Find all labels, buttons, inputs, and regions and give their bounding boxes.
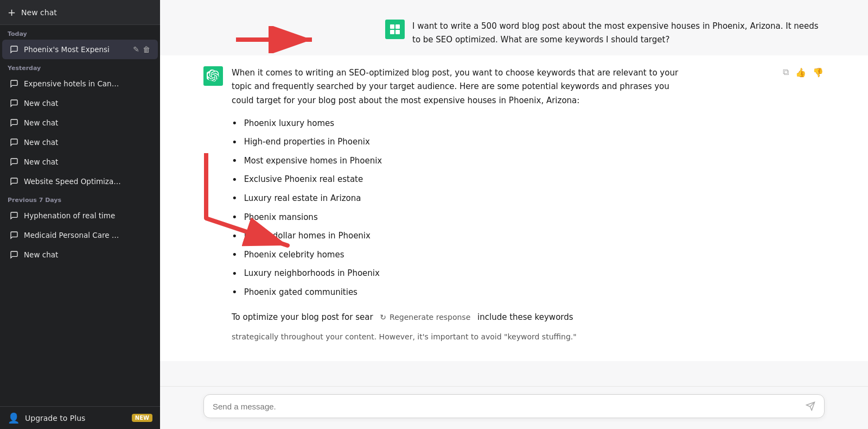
chat-icon [10,250,18,259]
sidebar-item-expensive-hotels[interactable]: Expensive hotels in Canada [2,74,158,93]
keyword-item-1: High-end properties in Phoenix [232,133,692,152]
partial-text-1: To optimize your blog post for sear [232,312,373,322]
sidebar-item-expensive-hotels-label: Expensive hotels in Canada [24,79,122,88]
input-area [160,386,868,429]
svg-rect-4 [390,30,394,34]
sidebar-item-new-chat-4[interactable]: New chat [2,152,158,172]
chat-icon [10,157,18,166]
user-avatar [385,20,405,39]
edit-icon[interactable]: ✎ [133,45,139,54]
delete-icon[interactable]: 🗑 [143,45,150,54]
chat-icon [10,138,18,147]
user-message-row: I want to write a 500 word blog post abo… [160,11,868,55]
assistant-intro: When it comes to writing an SEO-optimize… [232,66,692,108]
keyword-item-9: Phoenix gated communities [232,283,692,302]
sidebar-item-phoenix[interactable]: Phoenix's Most Expensi ✎ 🗑 [2,40,158,59]
chat-icon [10,177,18,186]
sidebar-item-new-chat-1[interactable]: New chat [2,93,158,113]
keyword-item-8: Luxury neighborhoods in Phoenix [232,264,692,283]
new-chat-label: New chat [21,8,57,17]
regenerate-inline: ↻ Regenerate response [380,311,470,324]
today-section-label: Today [0,25,160,40]
svg-rect-3 [395,24,400,29]
sidebar-item-medicaid[interactable]: Medicaid Personal Care Progra [2,225,158,245]
partial-continuation: To optimize your blog post for sear ↻ Re… [232,311,692,325]
partial-text-2: include these keywords [477,312,573,322]
plus-icon: + [8,7,16,18]
new-chat-button[interactable]: + New chat [0,0,160,25]
yesterday-section-label: Yesterday [0,59,160,74]
keyword-item-0: Phoenix luxury homes [232,114,692,133]
sidebar-item-website-speed-label: Website Speed Optimization [24,177,122,186]
chat-icon [10,118,18,127]
sidebar-item-hyphenation[interactable]: Hyphenation of real time [2,206,158,225]
sidebar-item-hyphenation-label: Hyphenation of real time [24,211,115,220]
sidebar-item-new-chat-3-label: New chat [24,138,58,147]
assistant-avatar [203,66,223,86]
chat-icon [10,45,18,54]
upgrade-badge: NEW [132,414,152,422]
svg-rect-2 [390,24,394,29]
upgrade-to-plus-button[interactable]: 👤 Upgrade to Plus NEW [0,406,160,429]
send-button[interactable] [806,401,815,411]
chat-icon [10,211,18,220]
chat-icon [10,99,18,108]
sidebar-item-phoenix-label: Phoenix's Most Expensi [24,45,110,54]
sidebar-item-website-speed[interactable]: Website Speed Optimization [2,172,158,191]
user-message-text: I want to write a 500 word blog post abo… [412,20,825,47]
sidebar-item-medicaid-label: Medicaid Personal Care Progra [24,231,122,239]
red-arrow-right [236,26,323,53]
chat-messages: I want to write a 500 word blog post abo… [160,0,868,386]
sidebar-item-actions: ✎ 🗑 [133,45,150,54]
user-icon: 👤 [8,412,20,424]
red-arrow-down-left [190,153,309,251]
sidebar-item-new-chat-2[interactable]: New chat [2,113,158,133]
chat-icon [10,231,18,239]
partial-text-3: strategically throughout your content. H… [232,331,692,344]
sidebar-item-new-chat-5-label: New chat [24,250,58,259]
sidebar-item-new-chat-4-label: New chat [24,157,58,166]
sidebar-item-new-chat-2-label: New chat [24,118,58,127]
svg-rect-5 [395,30,400,34]
sidebar-item-new-chat-3[interactable]: New chat [2,133,158,152]
upgrade-label: Upgrade to Plus [25,414,85,422]
sidebar: + New chat Today Phoenix's Most Expensi … [0,0,160,429]
thumbs-up-button[interactable]: 👍 [794,66,807,79]
sidebar-item-new-chat-5[interactable]: New chat [2,245,158,264]
message-input[interactable] [213,402,806,411]
chat-icon [10,79,18,88]
message-actions: ⧉ 👍 👎 [782,66,825,79]
input-box [203,394,825,418]
previous-section-label: Previous 7 Days [0,191,160,206]
main-content: I want to write a 500 word blog post abo… [160,0,868,429]
thumbs-down-button[interactable]: 👎 [812,66,825,79]
sidebar-item-new-chat-1-label: New chat [24,99,58,108]
copy-button[interactable]: ⧉ [782,66,790,78]
assistant-message-row: When it comes to writing an SEO-optimize… [160,55,868,362]
send-icon [806,401,815,411]
